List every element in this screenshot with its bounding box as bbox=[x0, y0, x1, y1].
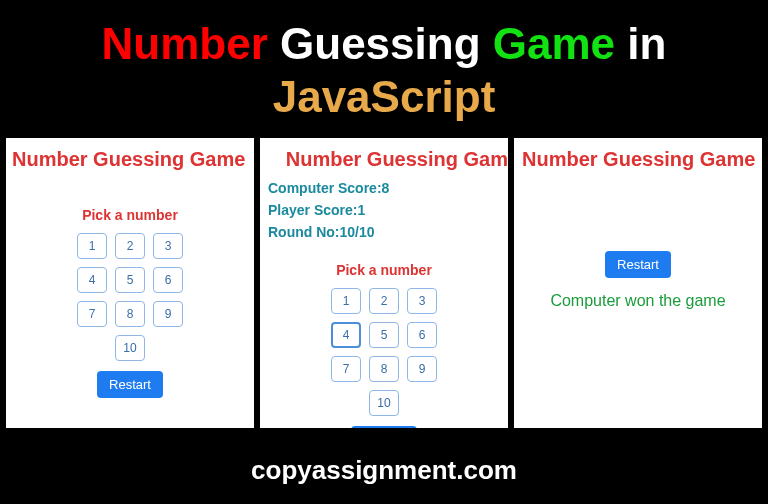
number-button[interactable]: 7 bbox=[331, 356, 361, 382]
panel-title: Number Guessing Game bbox=[6, 138, 254, 171]
number-button[interactable]: 9 bbox=[407, 356, 437, 382]
number-button[interactable]: 4 bbox=[331, 322, 361, 348]
number-grid: 1 2 3 4 5 6 7 8 9 10 bbox=[70, 233, 190, 361]
number-grid: 1 2 3 4 5 6 7 8 9 10 bbox=[324, 288, 444, 416]
number-button[interactable]: 5 bbox=[115, 267, 145, 293]
number-button[interactable]: 8 bbox=[115, 301, 145, 327]
title-word-javascript: JavaScript bbox=[273, 72, 496, 121]
screenshot-panel-1: Number Guessing Game Pick a number 1 2 3… bbox=[6, 138, 254, 428]
score-block: Computer Score:8 Player Score:1 Round No… bbox=[260, 171, 508, 244]
number-button[interactable]: 3 bbox=[407, 288, 437, 314]
panel-title: Number Guessing Game bbox=[514, 138, 762, 171]
player-score: Player Score:1 bbox=[268, 199, 508, 221]
round-number: Round No:10/10 bbox=[268, 221, 508, 243]
screenshot-panel-3: Number Guessing Game Restart Computer wo… bbox=[514, 138, 762, 428]
restart-button[interactable]: Restart bbox=[351, 426, 417, 428]
computer-score: Computer Score:8 bbox=[268, 177, 508, 199]
title-word-guessing: Guessing bbox=[280, 19, 481, 68]
number-button[interactable]: 2 bbox=[115, 233, 145, 259]
result-message: Computer won the game bbox=[514, 292, 762, 310]
header: Number Guessing Game in JavaScript bbox=[0, 0, 768, 138]
header-title: Number Guessing Game in JavaScript bbox=[20, 18, 748, 124]
number-button[interactable]: 6 bbox=[153, 267, 183, 293]
number-button[interactable]: 1 bbox=[77, 233, 107, 259]
number-button[interactable]: 1 bbox=[331, 288, 361, 314]
title-word-number: Number bbox=[102, 19, 268, 68]
restart-button[interactable]: Restart bbox=[605, 251, 671, 278]
number-button[interactable]: 7 bbox=[77, 301, 107, 327]
number-button[interactable]: 6 bbox=[407, 322, 437, 348]
number-button[interactable]: 10 bbox=[115, 335, 145, 361]
number-button[interactable]: 4 bbox=[77, 267, 107, 293]
number-button[interactable]: 10 bbox=[369, 390, 399, 416]
title-word-game: Game bbox=[493, 19, 615, 68]
title-word-in: in bbox=[627, 19, 666, 68]
number-button[interactable]: 9 bbox=[153, 301, 183, 327]
footer-credit: copyassignment.com bbox=[0, 441, 768, 504]
number-button[interactable]: 5 bbox=[369, 322, 399, 348]
pick-label: Pick a number bbox=[6, 207, 254, 223]
restart-button[interactable]: Restart bbox=[97, 371, 163, 398]
panel-title: Number Guessing Gam bbox=[260, 138, 508, 171]
number-button[interactable]: 3 bbox=[153, 233, 183, 259]
screenshot-panel-2: Number Guessing Gam Computer Score:8 Pla… bbox=[260, 138, 508, 428]
number-button[interactable]: 8 bbox=[369, 356, 399, 382]
number-button[interactable]: 2 bbox=[369, 288, 399, 314]
panels-row: Number Guessing Game Pick a number 1 2 3… bbox=[0, 138, 768, 428]
pick-label: Pick a number bbox=[260, 262, 508, 278]
